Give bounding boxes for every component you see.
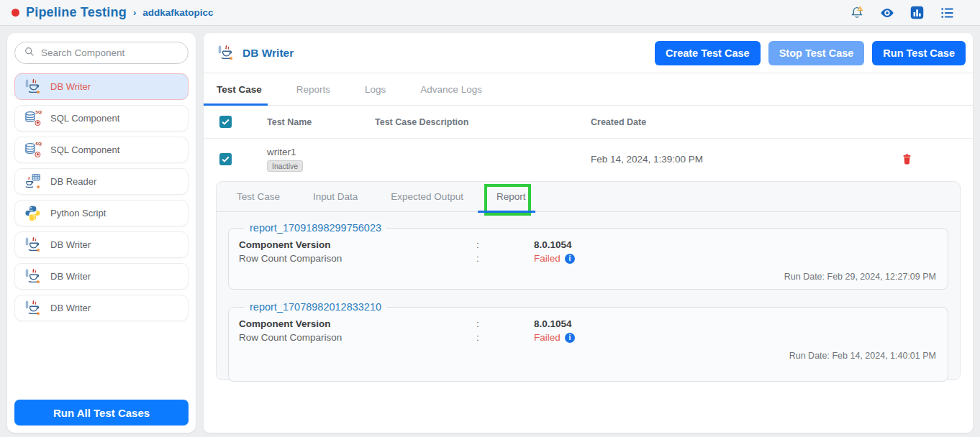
report-title: report_17091898299756023 xyxy=(245,222,386,234)
stop-test-case-button[interactable]: Stop Test Case xyxy=(768,41,865,65)
run-date: Run Date: Feb 29, 2024, 12:27:09 PM xyxy=(239,272,938,282)
sidebar-item-db-writer[interactable]: DB Writer xyxy=(14,295,189,321)
main-panel: DB Writer Create Test Case Stop Test Cas… xyxy=(204,33,973,433)
main-tab-bar: Test Case Reports Logs Advance Logs xyxy=(204,73,973,106)
sql-component-icon xyxy=(24,141,42,159)
test-name[interactable]: writer1 xyxy=(267,147,366,157)
delete-test-case-icon[interactable] xyxy=(901,152,913,166)
component-list: DB Writer SQL Component SQL Component DB… xyxy=(14,73,189,394)
tab-advance-logs[interactable]: Advance Logs xyxy=(420,73,482,106)
field-label: Row Count Comparison xyxy=(239,252,476,265)
sidebar-item-label: DB Reader xyxy=(50,176,96,187)
report-field-row: Row Count Comparison : Failed i xyxy=(239,331,938,344)
tab-test-case[interactable]: Test Case xyxy=(217,73,262,106)
db-writer-icon xyxy=(24,78,42,96)
column-created-date: Created Date xyxy=(582,117,841,127)
field-value-failed: Failed i xyxy=(534,331,938,344)
report-card: report_17091898299756023 Component Versi… xyxy=(228,222,948,290)
field-separator: : xyxy=(476,238,534,252)
report-field-row: Row Count Comparison : Failed i xyxy=(239,252,938,265)
sidebar-item-label: Python Script xyxy=(50,208,106,218)
db-writer-icon xyxy=(24,267,42,285)
search-component-input[interactable] xyxy=(41,47,179,58)
top-header-bar: Pipeline Testing › addkafkatopicc xyxy=(0,0,980,26)
record-dot-icon xyxy=(12,9,19,17)
sidebar-item-label: SQL Component xyxy=(50,144,119,155)
report-list: report_17091898299756023 Component Versi… xyxy=(217,212,960,382)
preview-eye-icon[interactable] xyxy=(879,5,895,21)
field-label: Row Count Comparison xyxy=(239,331,476,344)
run-date: Run Date: Feb 14, 2024, 1:40:01 PM xyxy=(239,351,938,361)
tab-reports[interactable]: Reports xyxy=(296,73,330,106)
detail-tab-test-case[interactable]: Test Case xyxy=(237,182,280,212)
field-value-failed: Failed i xyxy=(534,252,938,265)
field-value: 8.0.1054 xyxy=(534,317,938,331)
detail-tab-expected-output[interactable]: Expected Output xyxy=(391,182,463,212)
db-writer-icon xyxy=(24,299,42,317)
status-badge: Inactive xyxy=(267,160,303,172)
column-test-case-description: Test Case Description xyxy=(366,117,582,127)
search-icon xyxy=(24,46,35,60)
sql-component-icon xyxy=(24,109,42,127)
sidebar-item-db-writer[interactable]: DB Writer xyxy=(14,263,189,290)
row-checkbox[interactable] xyxy=(219,153,232,165)
db-writer-icon xyxy=(217,44,235,62)
detail-tab-report[interactable]: Report xyxy=(496,182,526,212)
field-label: Component Version xyxy=(239,317,476,331)
search-component-box[interactable] xyxy=(14,42,189,64)
notifications-bell-icon[interactable] xyxy=(849,5,865,21)
header-actions: Create Test Case Stop Test Case Run Test… xyxy=(655,41,966,65)
field-separator: : xyxy=(476,331,534,344)
create-test-case-button[interactable]: Create Test Case xyxy=(655,41,761,65)
sidebar-item-python-script[interactable]: Python Script xyxy=(14,200,189,226)
detail-tab-input-data[interactable]: Input Data xyxy=(313,182,358,212)
component-title: DB Writer xyxy=(242,47,294,60)
sidebar-item-label: DB Writer xyxy=(50,303,91,313)
failed-text: Failed xyxy=(534,252,561,265)
created-date: Feb 14, 2024, 1:39:00 PM xyxy=(582,154,841,165)
python-icon xyxy=(24,204,42,222)
field-separator: : xyxy=(476,252,534,265)
report-card: report_17078982012833210 Component Versi… xyxy=(228,301,948,382)
sidebar-item-label: DB Writer xyxy=(50,239,91,250)
field-label: Component Version xyxy=(239,238,476,252)
sidebar-item-sql-component[interactable]: SQL Component xyxy=(14,105,189,132)
report-title: report_17078982012833210 xyxy=(245,301,386,313)
component-sidebar: DB Writer SQL Component SQL Component DB… xyxy=(7,33,196,433)
sidebar-item-db-writer[interactable]: DB Writer xyxy=(14,231,189,258)
sidebar-item-label: SQL Component xyxy=(50,113,119,124)
info-icon[interactable]: i xyxy=(565,333,575,343)
test-case-table-header: Test Name Test Case Description Created … xyxy=(204,106,973,139)
info-icon[interactable]: i xyxy=(565,254,575,264)
sidebar-item-label: DB Writer xyxy=(50,81,91,92)
column-test-name: Test Name xyxy=(258,117,366,127)
field-value: 8.0.1054 xyxy=(534,238,938,252)
app-title: Pipeline Testing xyxy=(26,5,127,20)
detail-tab-report-label: Report xyxy=(496,191,526,202)
sidebar-item-db-reader[interactable]: DB Reader xyxy=(14,168,189,195)
sidebar-item-sql-component[interactable]: SQL Component xyxy=(14,137,189,163)
topbar-icons xyxy=(849,5,968,21)
run-test-case-button[interactable]: Run Test Case xyxy=(872,41,966,65)
db-writer-icon xyxy=(24,236,42,254)
field-separator: : xyxy=(476,317,534,331)
select-all-checkbox[interactable] xyxy=(219,116,232,128)
report-field-row: Component Version : 8.0.1054 xyxy=(239,238,938,252)
sidebar-item-label: DB Writer xyxy=(50,271,91,282)
tab-logs[interactable]: Logs xyxy=(365,73,386,106)
analytics-chart-icon[interactable] xyxy=(909,5,925,21)
detail-tab-bar: Test Case Input Data Expected Output Rep… xyxy=(217,182,960,212)
component-header: DB Writer Create Test Case Stop Test Cas… xyxy=(204,33,973,73)
breadcrumb[interactable]: addkafkatopicc xyxy=(142,7,213,18)
run-all-test-cases-button[interactable]: Run All Test Cases xyxy=(14,400,189,426)
menu-list-icon[interactable] xyxy=(940,5,956,21)
report-field-row: Component Version : 8.0.1054 xyxy=(239,317,938,331)
sidebar-item-db-writer[interactable]: DB Writer xyxy=(14,73,189,100)
breadcrumb-chevron-icon: › xyxy=(133,7,136,18)
failed-text: Failed xyxy=(534,331,561,344)
test-case-detail-panel: Test Case Input Data Expected Output Rep… xyxy=(216,181,961,380)
test-case-row: writer1 Inactive Feb 14, 2024, 1:39:00 P… xyxy=(204,139,973,180)
db-reader-icon xyxy=(24,172,42,190)
